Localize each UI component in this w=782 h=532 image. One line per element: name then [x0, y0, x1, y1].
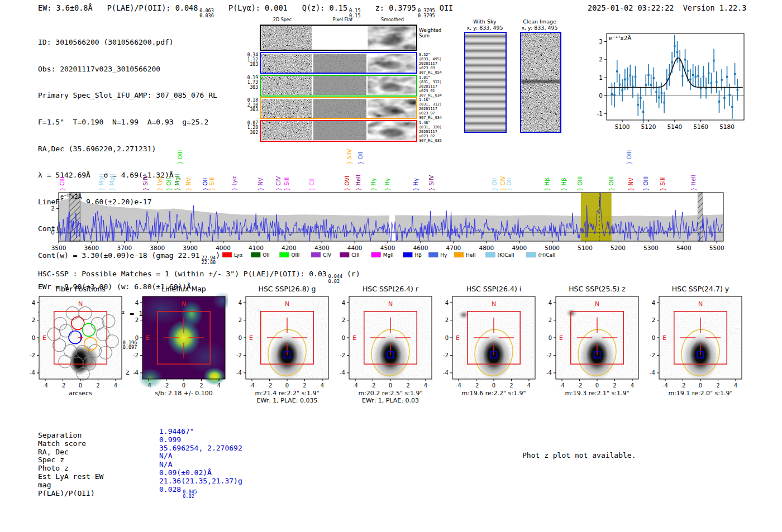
- svg-text:HSC SSP(26.4) r: HSC SSP(26.4) r: [363, 285, 419, 293]
- line-label-OIII: } OIII: [626, 150, 632, 165]
- svg-text:4100: 4100: [249, 245, 264, 251]
- svg-text:-2: -2: [474, 382, 479, 389]
- svg-text:N: N: [698, 300, 703, 308]
- match-table-values: 1.94467"0.99935.696254, 2.270692N/AN/A0.…: [159, 428, 242, 499]
- match-table-labels: SeparationMatch scoreRA, DecSpec zPhoto …: [38, 432, 103, 497]
- svg-text:E: E: [146, 334, 150, 342]
- line-label-NV: } NV: [185, 178, 192, 191]
- cutout-panel: Lineflux MapNE-4-4-2-2002244s/b: 2.18 +/…: [125, 284, 228, 405]
- col-header-pixelflat: Pixel Flat: [316, 17, 369, 22]
- svg-text:-4: -4: [42, 382, 48, 389]
- cutout-caption: m:21.4 re:2.2" s:1.9": [255, 390, 319, 397]
- photz-note: Phot z plot not available.: [522, 451, 636, 459]
- svg-text:0: 0: [652, 335, 655, 341]
- svg-text:4300: 4300: [314, 245, 330, 251]
- cutout-panel-hsc-ssp-26-8-g: HSC SSP(26.8) gNE-4-4-2-2002244m:21.4 re…: [228, 284, 331, 405]
- cutout-panel: HSC SSP(25.5) zNE-4-4-2-2002244m:19.3 re…: [538, 284, 641, 405]
- with-sky-image: [464, 32, 507, 133]
- svg-text:2: 2: [652, 317, 655, 323]
- svg-text:HSC SSP(25.5) z: HSC SSP(25.5) z: [569, 285, 626, 293]
- svg-text:-4: -4: [340, 370, 345, 376]
- cutout-panel-hsc-ssp-26-4-r: HSC SSP(26.4) rNE-4-4-2-2002244m:20.2 re…: [331, 284, 435, 405]
- svg-text:4800: 4800: [479, 245, 494, 251]
- svg-text:2: 2: [32, 317, 35, 323]
- line-label-Hβ: } Hβ: [561, 178, 567, 191]
- svg-text:4: 4: [217, 382, 221, 389]
- match-row-label: Separation: [38, 432, 103, 440]
- svg-text:4: 4: [424, 382, 427, 389]
- svg-text:N: N: [388, 300, 393, 308]
- svg-text:0: 0: [595, 382, 599, 389]
- svg-text:-2: -2: [236, 352, 242, 358]
- info-id: ID: 3010566200 (3010566200.pdf): [38, 38, 220, 47]
- info-seeing: F=1.5" T=0.190 N=1.99 A=0.93 g=25.2: [38, 118, 220, 127]
- svg-text:1: 1: [599, 74, 603, 81]
- legend-label: (K)CaII: [498, 252, 514, 258]
- svg-text:-1: -1: [597, 110, 603, 117]
- svg-text:0: 0: [51, 229, 55, 236]
- svg-text:3900: 3900: [183, 245, 198, 251]
- svg-text:2: 2: [239, 317, 242, 323]
- legend-swatch-MgII: [371, 252, 381, 257]
- svg-text:-2: -2: [164, 382, 169, 389]
- svg-text:5160: 5160: [693, 123, 708, 130]
- cutout-panel-hsc-ssp-25-5-z: HSC SSP(25.5) zNE-4-4-2-2002244m:19.3 re…: [538, 284, 641, 405]
- line-label-HeII: } HeII: [355, 175, 361, 191]
- svg-text:3500: 3500: [51, 245, 66, 251]
- svg-text:0: 0: [492, 382, 495, 389]
- svg-text:Fiber Positions: Fiber Positions: [55, 285, 106, 293]
- line-label-SiII: } SiII: [284, 177, 290, 191]
- line-label-OVI: } OVI: [344, 176, 350, 191]
- svg-text:5000: 5000: [545, 245, 560, 251]
- legend-swatch-(H)CaII: [526, 252, 536, 257]
- svg-text:-4: -4: [662, 382, 668, 389]
- legend-swatch-OII: [251, 252, 260, 257]
- z-label: z:: [375, 3, 384, 12]
- match-row-label: Match score: [38, 440, 103, 448]
- svg-text:2: 2: [51, 205, 55, 212]
- svg-text:4400: 4400: [347, 245, 363, 251]
- match-row-label: P(LAE)/P(OII): [38, 490, 103, 498]
- cutout-panel-hsc-ssp-24-7-y: HSC SSP(24.7) yNE-4-4-2-2002244m:19.1 re…: [641, 284, 745, 405]
- legend-swatch-Hγ: [428, 252, 438, 257]
- line-label-Lyα: } Lyα: [156, 176, 163, 191]
- svg-text:4: 4: [652, 300, 655, 306]
- legend-swatch-(K)CaII: [486, 252, 495, 257]
- svg-text:2: 2: [599, 56, 603, 63]
- spec2d-row-image: [261, 99, 416, 118]
- line-label-SiIV: } SiIV: [428, 175, 435, 191]
- line-label-NV: } NV: [628, 178, 634, 191]
- match-row-label: Photo z: [38, 464, 103, 473]
- col-header-smoothed: Smoothed: [366, 17, 419, 22]
- svg-text:4: 4: [114, 382, 117, 389]
- spec2d-row-cells: [261, 26, 416, 50]
- match-row-value: 0.999: [159, 436, 242, 444]
- svg-text:-2: -2: [650, 352, 655, 358]
- hsc-match-summary: HSC-SSP : Possible Matches = 1 (within +…: [38, 270, 360, 284]
- spec2d-row-right-labels: 1.16"(831, 312)20201117v023_07307_RL_034: [419, 98, 447, 120]
- cutout-panel-hsc-ssp-26-4-i: HSC SSP(26.4) iNE-4-4-2-2002244m:19.6 re…: [435, 284, 538, 405]
- svg-text:5300: 5300: [643, 245, 659, 251]
- svg-text:-4: -4: [146, 382, 151, 389]
- svg-text:2: 2: [406, 382, 409, 389]
- svg-text:4000: 4000: [216, 245, 231, 251]
- svg-text:-4: -4: [443, 370, 449, 376]
- match-row-value: 1.94467": [159, 428, 242, 436]
- svg-text:e⁻¹⁷x2Å: e⁻¹⁷x2Å: [60, 193, 82, 200]
- line-label-OIII: } OIII: [177, 150, 183, 165]
- spec2d-row-cells: [261, 121, 416, 140]
- svg-text:E: E: [456, 334, 460, 342]
- svg-text:4: 4: [135, 300, 139, 306]
- svg-text:4: 4: [549, 300, 552, 306]
- legend-label: CIV: [323, 252, 332, 258]
- svg-text:HSC SSP(24.7) y: HSC SSP(24.7) y: [672, 285, 729, 293]
- ew-value: EW: 3.6±0.8Å: [38, 3, 93, 12]
- match-row-label: RA, Dec: [38, 448, 103, 457]
- info-obs: Obs: 20201117v023_3010566200: [38, 65, 220, 74]
- clean-image-trace: [521, 80, 560, 83]
- line-label-CIV: } CIV: [500, 176, 506, 191]
- svg-text:4600: 4600: [413, 245, 428, 251]
- z-value: 0.3795: [389, 3, 416, 12]
- legend-label: (H)CaII: [538, 252, 555, 258]
- line-label-MgII: } MgII: [109, 174, 115, 191]
